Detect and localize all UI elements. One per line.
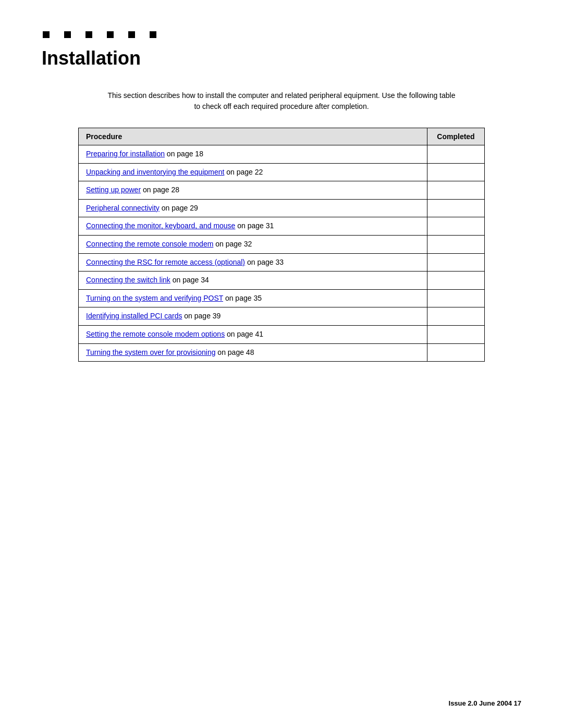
procedure-link[interactable]: Connecting the monitor, keyboard, and mo… xyxy=(86,221,235,230)
decorative-square-5 xyxy=(128,31,135,38)
table-row: Connecting the monitor, keyboard, and mo… xyxy=(79,217,485,236)
table-row: Turning on the system and verifying POST… xyxy=(79,289,485,307)
procedure-link[interactable]: Connecting the remote console modem xyxy=(86,240,213,248)
intro-text: This section describes how to install th… xyxy=(104,90,459,112)
table-row: Preparing for installation on page 18 xyxy=(79,145,485,164)
table-row: Setting up power on page 28 xyxy=(79,181,485,200)
completed-cell xyxy=(427,289,485,307)
decorative-square-6 xyxy=(150,31,156,38)
table-row: Connecting the remote console modem on p… xyxy=(79,235,485,253)
page-title: Installation xyxy=(42,47,521,69)
table-row: Connecting the switch link on page 34 xyxy=(79,272,485,290)
page-container: Installation This section describes how … xyxy=(0,0,563,728)
procedure-link[interactable]: Connecting the switch link xyxy=(86,276,170,284)
procedure-cell: Connecting the remote console modem on p… xyxy=(79,235,427,253)
procedure-link[interactable]: Preparing for installation xyxy=(86,150,165,158)
completed-cell xyxy=(427,307,485,326)
completed-col-header: Completed xyxy=(427,128,485,145)
procedure-cell: Preparing for installation on page 18 xyxy=(79,145,427,164)
completed-cell xyxy=(427,181,485,200)
procedure-link[interactable]: Turning the system over for provisioning xyxy=(86,348,215,356)
decorative-square-4 xyxy=(107,31,114,38)
completed-cell xyxy=(427,343,485,362)
completed-cell xyxy=(427,325,485,343)
completed-cell xyxy=(427,217,485,236)
completed-cell xyxy=(427,272,485,290)
table-row: Identifying installed PCI cards on page … xyxy=(79,307,485,326)
procedure-cell: Setting the remote console modem options… xyxy=(79,325,427,343)
procedure-link[interactable]: Identifying installed PCI cards xyxy=(86,312,182,320)
decorative-square-2 xyxy=(64,31,71,38)
table-row: Setting the remote console modem options… xyxy=(79,325,485,343)
table-container: Procedure Completed Preparing for instal… xyxy=(78,128,485,362)
procedure-cell: Identifying installed PCI cards on page … xyxy=(79,307,427,326)
decorative-square-3 xyxy=(85,31,92,38)
procedure-cell: Connecting the monitor, keyboard, and mo… xyxy=(79,217,427,236)
table-row: Connecting the RSC for remote access (op… xyxy=(79,253,485,272)
table-row: Turning the system over for provisioning… xyxy=(79,343,485,362)
table-row: Unpacking and inventorying the equipment… xyxy=(79,163,485,181)
page-footer: Issue 2.0 June 2004 17 xyxy=(449,699,521,707)
completed-cell xyxy=(427,235,485,253)
table-row: Peripheral connectivity on page 29 xyxy=(79,199,485,217)
procedure-cell: Turning the system over for provisioning… xyxy=(79,343,427,362)
procedure-cell: Setting up power on page 28 xyxy=(79,181,427,200)
procedure-cell: Turning on the system and verifying POST… xyxy=(79,289,427,307)
procedure-link[interactable]: Unpacking and inventorying the equipment xyxy=(86,168,224,176)
procedure-cell: Connecting the RSC for remote access (op… xyxy=(79,253,427,272)
procedure-link[interactable]: Peripheral connectivity xyxy=(86,204,160,212)
procedure-col-header: Procedure xyxy=(79,128,427,145)
completed-cell xyxy=(427,145,485,164)
procedure-link[interactable]: Setting up power xyxy=(86,186,141,194)
procedures-table: Procedure Completed Preparing for instal… xyxy=(78,128,485,362)
procedure-cell: Peripheral connectivity on page 29 xyxy=(79,199,427,217)
table-header-row: Procedure Completed xyxy=(79,128,485,145)
procedure-link[interactable]: Setting the remote console modem options xyxy=(86,330,225,338)
procedure-link[interactable]: Connecting the RSC for remote access (op… xyxy=(86,258,245,266)
procedure-cell: Unpacking and inventorying the equipment… xyxy=(79,163,427,181)
completed-cell xyxy=(427,163,485,181)
procedure-link[interactable]: Turning on the system and verifying POST xyxy=(86,294,223,302)
procedure-cell: Connecting the switch link on page 34 xyxy=(79,272,427,290)
completed-cell xyxy=(427,199,485,217)
completed-cell xyxy=(427,253,485,272)
decorative-square-1 xyxy=(43,31,50,38)
decorative-squares xyxy=(43,31,521,38)
